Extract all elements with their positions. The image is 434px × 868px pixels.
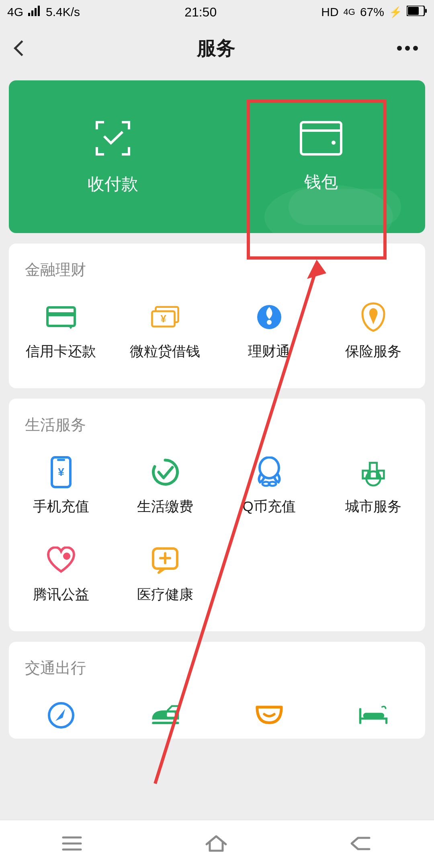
svg-rect-17: [57, 459, 65, 461]
item-label: 城市服务: [345, 497, 401, 516]
wallet-card: 收付款 钱包: [9, 80, 425, 233]
item-label: 保险服务: [345, 342, 401, 361]
section-title: 交通出行: [9, 658, 425, 690]
finance-icon: [254, 302, 285, 332]
svg-rect-31: [363, 713, 384, 719]
svg-rect-6: [425, 9, 427, 13]
item-label: Q币充值: [242, 497, 295, 516]
content-scroll[interactable]: 收付款 钱包 金融理财 信用卡还款 ¥ 微粒贷借钱: [0, 72, 434, 739]
nav-home-button[interactable]: [204, 834, 228, 855]
more-icon: [405, 46, 410, 51]
svg-point-15: [267, 320, 272, 325]
network-speed: 5.4K/s: [46, 5, 80, 19]
network-type: 4G: [7, 5, 23, 19]
item-utilities[interactable]: 生活缴费: [113, 447, 217, 535]
nav-back-button[interactable]: [349, 835, 373, 854]
item-city-service[interactable]: 城市服务: [321, 447, 425, 535]
svg-rect-3: [38, 6, 40, 16]
credit-card-icon: [46, 302, 76, 332]
decorative-blob: [289, 189, 401, 225]
more-icon: [397, 46, 402, 51]
item-navigation[interactable]: [9, 690, 113, 739]
app-header: 服务: [0, 24, 434, 72]
compass-icon: [46, 700, 76, 731]
item-didi[interactable]: [217, 690, 321, 739]
chevron-left-icon: [14, 40, 30, 56]
hd-indicator: HD: [321, 5, 338, 19]
status-time: 21:50: [184, 5, 217, 20]
grid-life: ¥ 手机充值 生活缴费 Q币充值 城市服务 腾讯公益 医疗健康: [9, 447, 425, 623]
svg-point-19: [260, 457, 279, 478]
item-licaitong[interactable]: 理财通: [217, 292, 321, 380]
item-hotel[interactable]: [321, 690, 425, 739]
item-charity[interactable]: 腾讯公益: [9, 535, 113, 623]
item-qcoin[interactable]: Q币充值: [217, 447, 321, 535]
svg-rect-30: [167, 712, 174, 717]
charging-icon: ⚡: [389, 6, 402, 18]
more-icon: [413, 46, 418, 51]
system-navbar: [0, 820, 434, 868]
item-label: 微粒贷借钱: [130, 342, 200, 361]
section-title: 金融理财: [9, 260, 425, 292]
svg-rect-2: [35, 8, 37, 16]
svg-point-8: [332, 141, 336, 145]
battery-icon: [407, 5, 427, 19]
svg-rect-10: [47, 312, 75, 316]
item-weilidai[interactable]: ¥ 微粒贷借钱: [113, 292, 217, 380]
svg-rect-9: [47, 307, 75, 326]
svg-rect-7: [301, 122, 341, 154]
insurance-icon: [358, 302, 389, 332]
item-insurance[interactable]: 保险服务: [321, 292, 425, 380]
item-label: 腾讯公益: [33, 585, 89, 604]
pay-receive-button[interactable]: 收付款: [9, 80, 217, 233]
charity-icon: [46, 545, 76, 575]
battery-percent: 67%: [360, 5, 384, 19]
hotel-icon: [358, 700, 389, 731]
utilities-icon: [150, 457, 180, 487]
svg-point-26: [63, 553, 70, 560]
pay-receive-label: 收付款: [88, 173, 138, 195]
cash-icon: ¥: [150, 302, 180, 332]
svg-rect-5: [408, 7, 419, 15]
item-train[interactable]: [113, 690, 217, 739]
section-finance: 金融理财 信用卡还款 ¥ 微粒贷借钱 理财通 保险服务: [9, 244, 425, 388]
net2-indicator: 4G: [344, 8, 355, 16]
item-label: 理财通: [248, 342, 290, 361]
status-left: 4G 5.4K/s: [7, 5, 80, 19]
grid-finance: 信用卡还款 ¥ 微粒贷借钱 理财通 保险服务: [9, 292, 425, 380]
signal-icon: [28, 5, 41, 19]
health-icon: [150, 545, 180, 575]
page-title: 服务: [35, 35, 397, 61]
phone-topup-icon: ¥: [46, 457, 76, 487]
item-label: 手机充值: [33, 497, 89, 516]
wallet-button[interactable]: 钱包: [217, 80, 425, 233]
section-life: 生活服务 ¥ 手机充值 生活缴费 Q币充值 城市服务 腾讯公益: [9, 399, 425, 631]
status-right: HD 4G 67% ⚡: [321, 5, 427, 19]
qq-coin-icon: [254, 457, 285, 487]
back-button[interactable]: [16, 43, 35, 54]
item-credit-card-repay[interactable]: 信用卡还款: [9, 292, 113, 380]
svg-rect-0: [28, 13, 30, 16]
svg-rect-29: [152, 722, 179, 724]
item-phone-topup[interactable]: ¥ 手机充值: [9, 447, 113, 535]
grid-transport: [9, 690, 425, 739]
svg-text:¥: ¥: [58, 466, 64, 478]
item-health[interactable]: 医疗健康: [113, 535, 217, 623]
scan-pay-icon: [93, 118, 133, 160]
status-bar: 4G 5.4K/s 21:50 HD 4G 67% ⚡: [0, 0, 434, 24]
svg-text:¥: ¥: [160, 313, 166, 324]
wallet-icon: [299, 120, 343, 158]
city-service-icon: [358, 457, 389, 487]
item-label: 信用卡还款: [26, 342, 96, 361]
item-label: 生活缴费: [137, 497, 193, 516]
item-label: 医疗健康: [137, 585, 193, 604]
section-transport: 交通出行: [9, 642, 425, 739]
svg-rect-1: [31, 10, 33, 16]
nav-recent-button[interactable]: [61, 835, 83, 854]
didi-icon: [254, 700, 285, 731]
section-title: 生活服务: [9, 415, 425, 447]
more-button[interactable]: [397, 46, 418, 51]
train-icon: [150, 700, 180, 731]
